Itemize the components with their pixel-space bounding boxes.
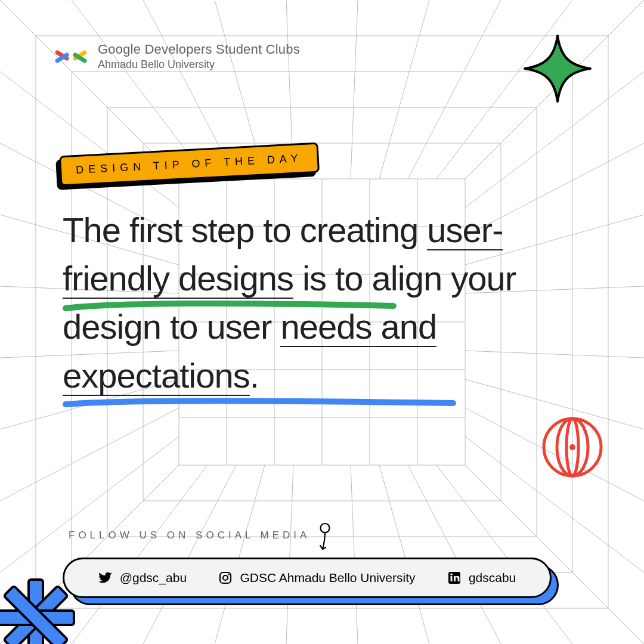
svg-point-64 xyxy=(569,444,575,450)
social-instagram[interactable]: GDSC Ahmadu Bello University xyxy=(218,571,415,585)
tip-part1: The first step to creating xyxy=(63,210,427,249)
brand-subtitle: Ahmadu Bello University xyxy=(98,58,300,71)
social-twitter[interactable]: @gdsc_abu xyxy=(98,571,187,585)
gdsc-logo-icon xyxy=(54,48,88,66)
tip-tag: DESIGN TIP OF THE DAY xyxy=(59,143,320,187)
svg-rect-59 xyxy=(450,576,452,581)
social-linkedin[interactable]: gdscabu xyxy=(447,571,516,585)
twitter-handle: @gdsc_abu xyxy=(120,571,187,585)
brand-title: Google Developers Student Clubs xyxy=(98,42,300,57)
social-pill: @gdsc_abu GDSC Ahmadu Bello University g… xyxy=(63,558,552,598)
globe-eye-icon xyxy=(540,414,605,482)
tip-text: The first step to creating user-friendly… xyxy=(63,206,572,400)
asterisk-burst-icon xyxy=(0,576,78,644)
svg-point-60 xyxy=(450,574,452,575)
linkedin-icon xyxy=(447,571,462,585)
instagram-icon xyxy=(218,571,233,585)
instagram-handle: GDSC Ahmadu Bello University xyxy=(240,571,415,585)
linkedin-handle: gdscabu xyxy=(469,571,516,585)
svg-point-56 xyxy=(223,575,228,580)
svg-point-57 xyxy=(228,574,230,575)
follow-us-label: FOLLOW US ON SOCIAL MEDIA xyxy=(69,530,310,541)
gdsc-header: Google Developers Student Clubs Ahmadu B… xyxy=(54,42,300,71)
sparkle-icon xyxy=(522,33,593,107)
curly-arrow-icon xyxy=(316,521,334,556)
twitter-icon xyxy=(98,571,113,585)
tip-part3: . xyxy=(250,356,259,395)
